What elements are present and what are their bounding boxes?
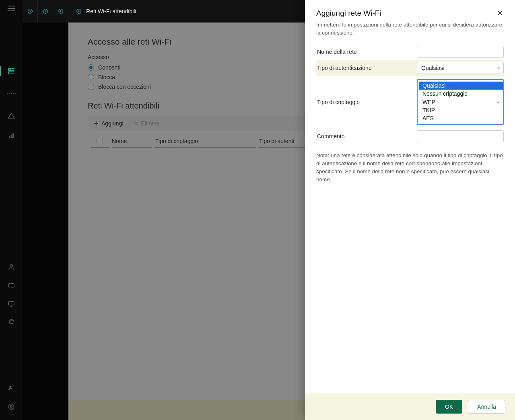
auth-type-label: Tipo di autenticazione [316, 65, 417, 71]
radio-block-label: Blocca [98, 74, 115, 80]
encryption-option[interactable]: AES [419, 114, 503, 122]
svg-point-6 [10, 264, 12, 267]
breadcrumb-step-icon[interactable] [53, 0, 68, 23]
col-encryption[interactable]: Tipo di criptaggio [155, 138, 256, 148]
modal-footer: OK Annulla [305, 393, 515, 420]
radio-icon [88, 84, 94, 90]
nav-alerts-icon[interactable] [8, 112, 15, 119]
nav-reports-icon[interactable] [8, 132, 15, 139]
svg-rect-0 [8, 68, 10, 70]
svg-rect-8 [8, 301, 14, 305]
encryption-type-listbox[interactable]: Qualsiasi Nessun criptaggio WEP TKIP AES [417, 79, 504, 125]
radio-block-exceptions-label: Blocca con eccezioni [98, 84, 151, 90]
encryption-option[interactable]: WEP [419, 98, 503, 106]
encryption-type-label: Tipo di criptaggio [316, 99, 417, 105]
close-icon[interactable]: ✕ [496, 9, 504, 18]
cancel-button[interactable]: Annulla [468, 400, 505, 414]
radio-allow-label: Consenti [98, 64, 120, 71]
breadcrumb-step-icon[interactable] [38, 0, 53, 23]
svg-rect-4 [11, 135, 12, 138]
nav-dashboard-icon[interactable] [8, 68, 15, 75]
nav-account-icon[interactable] [8, 403, 15, 410]
delete-button-label: Elimina [141, 120, 160, 127]
radio-icon [88, 64, 94, 71]
footer-strip [68, 400, 305, 420]
nav-license-icon[interactable] [8, 282, 15, 289]
modal-title: Aggiungi rete Wi-Fi [316, 9, 381, 18]
left-rail [0, 0, 23, 420]
ok-button-label: OK [445, 404, 453, 410]
encryption-option[interactable]: TKIP [419, 106, 503, 114]
backdrop-dark [23, 23, 68, 420]
ok-button[interactable]: OK [436, 400, 462, 414]
auth-type-value: Qualsiasi [421, 65, 445, 71]
add-button[interactable]: Aggiungi [93, 120, 124, 127]
breadcrumb-step-icon[interactable] [23, 0, 38, 23]
nav-users-icon[interactable] [8, 263, 15, 270]
svg-rect-7 [8, 284, 14, 287]
svg-point-10 [10, 405, 12, 407]
breadcrumb-current-icon [76, 8, 82, 14]
hamburger-icon[interactable] [8, 6, 15, 11]
select-all-checkbox[interactable] [97, 138, 103, 144]
encryption-option[interactable]: Nessun criptaggio [419, 90, 503, 98]
modal-note: Nota: una rete è considerata attendibile… [316, 152, 504, 184]
auth-type-select[interactable]: Qualsiasi [417, 62, 504, 74]
nav-monitor-icon[interactable] [8, 300, 15, 307]
nav-cart-icon[interactable] [8, 319, 15, 326]
delete-button: Elimina [133, 120, 160, 127]
svg-rect-3 [9, 136, 10, 138]
modal-subtitle: Immettere le impostazioni della rete att… [316, 21, 504, 37]
page-title: Reti Wi-Fi attendibili [86, 8, 136, 14]
add-button-label: Aggiungi [101, 120, 124, 127]
encryption-option[interactable]: Qualsiasi [419, 82, 503, 90]
network-name-label: Nome della rete [316, 49, 417, 55]
comment-label: Commento [316, 133, 417, 139]
nav-tools-icon[interactable] [8, 385, 15, 392]
comment-input[interactable] [417, 130, 504, 142]
svg-rect-2 [8, 72, 14, 74]
radio-icon [88, 74, 94, 80]
svg-rect-5 [12, 133, 14, 138]
add-wifi-modal: Aggiungi rete Wi-Fi ✕ Immettere le impos… [305, 0, 515, 420]
col-name[interactable]: Nome [112, 138, 152, 148]
svg-rect-1 [12, 68, 14, 70]
network-name-input[interactable] [417, 46, 504, 58]
cancel-button-label: Annulla [477, 404, 496, 410]
